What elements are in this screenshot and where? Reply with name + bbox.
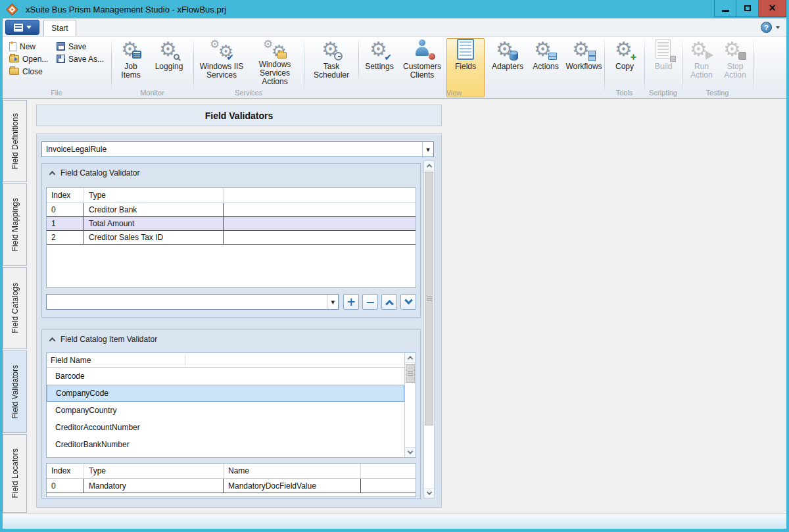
table-header-row: Index Type <box>47 188 416 203</box>
plus-icon: + <box>347 297 356 308</box>
validator-rule-combobox[interactable]: InvoiceLegalRule <box>41 141 434 157</box>
list-item[interactable]: Barcode <box>47 368 404 385</box>
item-rules-table: Index Type Name 0 Mandatory MandatoryDoc… <box>46 463 416 497</box>
title-bar: xSuite Bus Prism Management Studio - xFl… <box>0 0 789 18</box>
table-row-selected[interactable]: 1 Total Amount <box>47 217 416 231</box>
column-header-name: Name <box>224 464 361 478</box>
customers-clients-button[interactable]: Customers Clients <box>399 39 445 86</box>
scrollbar-thumb[interactable] <box>425 172 433 425</box>
run-action-button[interactable]: ⚙ Run Action <box>685 39 718 86</box>
sidebar-item-field-validators[interactable]: Field Validators <box>3 351 27 433</box>
combobox-dropdown-icon[interactable] <box>327 295 338 309</box>
remove-button[interactable]: − <box>362 294 378 310</box>
add-type-combobox[interactable] <box>46 294 339 310</box>
chevron-down-icon <box>404 296 413 304</box>
minimize-button[interactable] <box>714 0 736 17</box>
ribbon: New Open... Close Save Save As... File ⚙… <box>3 36 786 99</box>
close-button[interactable] <box>759 0 786 17</box>
list-item-selected[interactable]: CompanyCode <box>47 385 404 402</box>
column-header-empty <box>361 464 416 478</box>
maximize-icon <box>744 5 751 11</box>
job-items-icon: ⚙ <box>119 39 143 61</box>
ribbon-group-file: New Open... Close Save Save As... File <box>3 37 110 98</box>
maximize-button[interactable] <box>736 0 759 17</box>
sidebar-item-field-locators[interactable]: Field Locators <box>3 434 27 513</box>
new-button[interactable]: New <box>9 41 36 52</box>
table-row[interactable]: 0 Creditor Bank <box>47 203 416 217</box>
list-item[interactable]: CreditorAccountNumber <box>47 419 404 436</box>
help-button[interactable] <box>761 22 772 33</box>
field-catalog-validator-section: Field Catalog Validator Index Type 0 Cre… <box>41 163 421 318</box>
job-items-button[interactable]: ⚙ Job Items <box>116 39 146 86</box>
field-catalog-item-validator-section: Field Catalog Item Validator Field Name … <box>41 329 421 499</box>
settings-button[interactable]: ⚙ Settings <box>361 39 398 86</box>
close-file-button[interactable]: Close <box>9 66 43 77</box>
sidebar-item-field-definitions[interactable]: Field Definitions <box>3 100 27 182</box>
scroll-down-button[interactable] <box>405 447 416 457</box>
table-row[interactable]: 0 Mandatory MandatoryDocFieldValue <box>47 479 416 493</box>
adapters-button[interactable]: ⚙ Adapters <box>487 39 528 86</box>
table-row[interactable]: 2 Creditor Sales Tax ID <box>47 231 416 245</box>
open-button[interactable]: Open... <box>9 53 48 64</box>
panel-scrollbar[interactable] <box>423 160 435 498</box>
column-header-type: Type <box>84 188 224 203</box>
actions-button[interactable]: ⚙ Actions <box>529 39 562 86</box>
chevron-down-icon <box>426 489 431 495</box>
app-icon <box>6 3 18 15</box>
application-menu-button[interactable] <box>5 20 39 35</box>
window-title: xSuite Bus Prism Management Studio - xFl… <box>26 5 226 14</box>
add-button[interactable]: + <box>343 294 359 310</box>
save-as-icon <box>57 55 65 63</box>
combobox-dropdown-icon[interactable] <box>422 142 433 157</box>
window-border-bottom <box>0 529 789 532</box>
field-catalog-item-validator-header[interactable]: Field Catalog Item Validator <box>50 335 157 344</box>
build-button[interactable]: Build <box>648 39 679 86</box>
field-catalog-validator-header[interactable]: Field Catalog Validator <box>50 168 140 178</box>
help-dropdown-icon[interactable] <box>776 26 780 29</box>
windows-services-actions-button[interactable]: ⚙⚙ Windows Services Actions <box>248 39 302 86</box>
minus-icon: − <box>366 297 375 308</box>
windows-iis-services-button[interactable]: ⚙⚙ Windows IIS Services <box>196 39 247 86</box>
scroll-up-button[interactable] <box>405 353 416 363</box>
save-icon <box>57 42 65 51</box>
task-scheduler-button[interactable]: ⚙ Task Scheduler <box>306 39 356 86</box>
build-icon <box>652 39 675 61</box>
move-up-button[interactable] <box>381 294 397 310</box>
save-button[interactable]: Save <box>57 41 86 52</box>
ribbon-group-services: ⚙⚙ Windows IIS Services ⚙⚙ Windows Servi… <box>194 37 303 98</box>
new-document-icon <box>9 42 16 51</box>
minimize-icon <box>722 10 729 12</box>
save-as-button[interactable]: Save As... <box>57 53 104 64</box>
sidebar-item-field-mappings[interactable]: Field Mappings <box>3 183 27 266</box>
field-list-scrollbar[interactable] <box>404 353 416 457</box>
move-down-button[interactable] <box>400 294 416 310</box>
stop-action-button[interactable]: ⚙ Stop Action <box>719 39 751 86</box>
customers-clients-icon <box>410 39 434 61</box>
chevron-up-icon <box>408 356 413 361</box>
section-title: Field Catalog Item Validator <box>60 335 157 344</box>
list-item[interactable]: CompanyCountry <box>47 402 404 419</box>
sidebar-item-field-catalogs[interactable]: Field Catalogs <box>3 267 27 349</box>
workflows-icon: ⚙ <box>572 39 596 61</box>
collapse-icon <box>49 170 56 177</box>
window-border-right <box>786 0 789 532</box>
tab-start[interactable]: Start <box>43 20 76 36</box>
scroll-down-button[interactable] <box>424 488 434 498</box>
ribbon-group-scripting: Build Scripting <box>645 37 681 98</box>
ribbon-inner-separator <box>358 38 359 84</box>
window-border-left <box>0 0 3 532</box>
open-folder-icon <box>9 55 19 62</box>
application-window: xSuite Bus Prism Management Studio - xFl… <box>0 0 789 532</box>
workflows-button[interactable]: ⚙ Workflows <box>563 39 604 86</box>
scroll-up-button[interactable] <box>424 161 434 171</box>
logging-button[interactable]: ⚙ Logging <box>150 39 188 86</box>
scrollbar-thumb[interactable] <box>406 364 415 383</box>
close-icon <box>769 2 776 14</box>
windows-services-actions-icon: ⚙⚙ <box>263 39 287 59</box>
settings-icon: ⚙ <box>368 39 391 61</box>
copy-button[interactable]: ⚙ Copy <box>608 39 642 86</box>
chevron-down-icon <box>26 26 32 29</box>
group-label-scripting: Scripting <box>645 89 681 97</box>
list-item[interactable]: CreditorBankNumber <box>47 436 404 453</box>
table-header-row: Index Type Name <box>47 464 416 479</box>
